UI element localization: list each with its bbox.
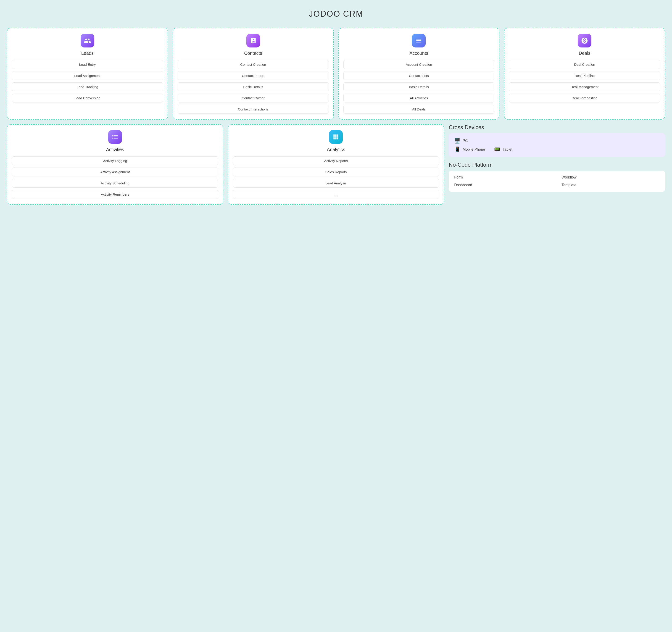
nocode-item-template: Template <box>561 183 660 187</box>
accounts-feature-2: Contact Lists <box>343 71 495 80</box>
device-mobile: 📱 Mobile Phone <box>454 147 485 152</box>
analytics-module-name: Analytics <box>327 147 345 152</box>
top-modules-grid: Leads Lead Entry Lead Assignment Lead Tr… <box>7 28 665 120</box>
nocode-heading: No-Code Platform <box>449 162 665 168</box>
accounts-feature-5: All Deals <box>343 105 495 114</box>
deals-feature-3: Deal Management <box>509 82 660 91</box>
leads-module-name: Leads <box>81 51 94 56</box>
contacts-feature-4: Contact Owner <box>178 94 329 102</box>
leads-feature-4: Lead Conversion <box>12 94 163 102</box>
cross-devices-section: Cross Devices 🖥️ PC 📱 Mobile Phone 📟 <box>449 124 665 157</box>
activities-feature-1: Activity Logging <box>12 156 218 165</box>
devices-row-2: 📱 Mobile Phone 📟 Tablet <box>454 147 660 152</box>
module-card-deals: Deals Deal Creation Deal Pipeline Deal M… <box>504 28 665 120</box>
module-card-accounts: Accounts Account Creation Contact Lists … <box>338 28 500 120</box>
leads-feature-2: Lead Assignment <box>12 71 163 80</box>
activities-feature-3: Activity Scheduling <box>12 179 218 188</box>
devices-row-1: 🖥️ PC <box>454 138 660 144</box>
analytics-feature-1: Activity Reports <box>233 156 439 165</box>
contacts-icon <box>246 34 260 47</box>
device-pc-label: PC <box>463 139 467 143</box>
contacts-module-name: Contacts <box>244 51 262 56</box>
deals-module-name: Deals <box>579 51 591 56</box>
mobile-icon: 📱 <box>454 147 460 152</box>
leads-feature-3: Lead Tracking <box>12 82 163 91</box>
leads-icon <box>80 34 94 47</box>
leads-feature-1: Lead Entry <box>12 60 163 69</box>
page-title: JODOO CRM <box>7 9 665 19</box>
deals-feature-1: Deal Creation <box>509 60 660 69</box>
accounts-feature-3: Basic Details <box>343 82 495 91</box>
module-card-leads: Leads Lead Entry Lead Assignment Lead Tr… <box>7 28 168 120</box>
nocode-item-form: Form <box>454 175 552 179</box>
deals-feature-4: Deal Forecasting <box>509 94 660 102</box>
nocode-item-workflow: Workflow <box>561 175 660 179</box>
activities-module-name: Activities <box>106 147 124 152</box>
analytics-feature-2: Sales Reports <box>233 168 439 176</box>
nocode-box: Form Workflow Dashboard Template <box>449 171 665 192</box>
right-column: Cross Devices 🖥️ PC 📱 Mobile Phone 📟 <box>449 124 665 205</box>
analytics-feature-4: ... <box>233 190 439 199</box>
nocode-item-dashboard: Dashboard <box>454 183 552 187</box>
tablet-icon: 📟 <box>494 147 500 152</box>
deals-feature-2: Deal Pipeline <box>509 71 660 80</box>
contacts-feature-3: Basic Details <box>178 82 329 91</box>
cross-devices-heading: Cross Devices <box>449 124 665 130</box>
contacts-feature-1: Contact Creation <box>178 60 329 69</box>
activities-icon <box>108 130 122 144</box>
module-card-contacts: Contacts Contact Creation Contact Import… <box>173 28 334 120</box>
module-card-activities: Activities Activity Logging Activity Ass… <box>7 124 223 205</box>
device-tablet-label: Tablet <box>503 147 512 151</box>
nocode-section: No-Code Platform Form Workflow Dashboard… <box>449 162 665 192</box>
accounts-module-name: Accounts <box>409 51 428 56</box>
devices-box: 🖥️ PC 📱 Mobile Phone 📟 Tablet <box>449 133 665 157</box>
device-mobile-label: Mobile Phone <box>463 147 485 151</box>
contacts-feature-2: Contact Import <box>178 71 329 80</box>
device-pc: 🖥️ PC <box>454 138 467 144</box>
analytics-feature-3: Lead Analysis <box>233 179 439 188</box>
analytics-icon <box>329 130 343 144</box>
device-tablet: 📟 Tablet <box>494 147 512 152</box>
pc-icon: 🖥️ <box>454 138 460 144</box>
module-card-analytics: Analytics Activity Reports Sales Reports… <box>228 124 445 205</box>
deals-icon <box>578 34 592 47</box>
activities-feature-2: Activity Assignment <box>12 168 218 176</box>
accounts-feature-1: Account Creation <box>343 60 495 69</box>
bottom-row: Activities Activity Logging Activity Ass… <box>7 124 665 205</box>
accounts-icon <box>412 34 426 47</box>
contacts-feature-5: Contact Interactions <box>178 105 329 114</box>
activities-feature-4: Activity Reminders <box>12 190 218 199</box>
accounts-feature-4: All Activities <box>343 94 495 102</box>
